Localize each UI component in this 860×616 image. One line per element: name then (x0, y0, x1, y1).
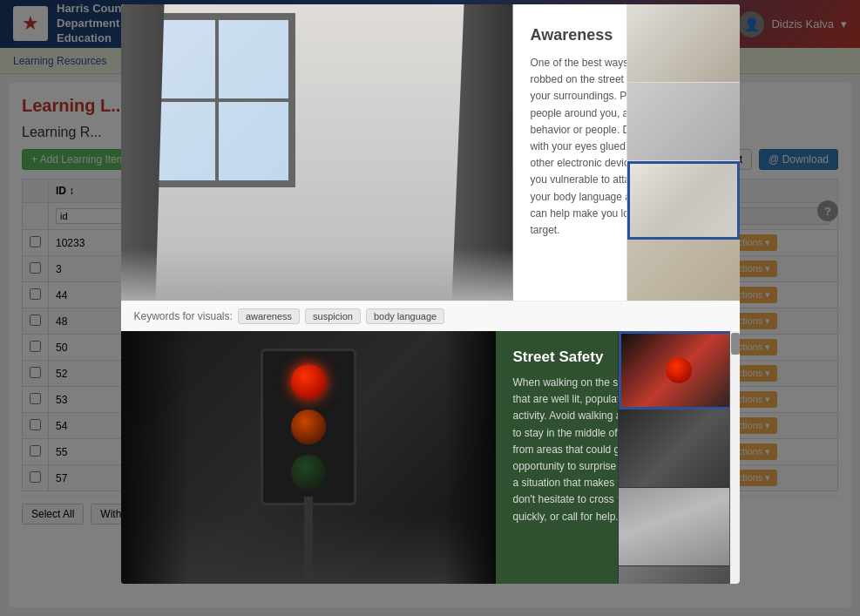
awareness-thumb-1[interactable] (627, 4, 740, 83)
awareness-thumb-3[interactable] (627, 161, 740, 240)
keyword-awareness: awareness (238, 308, 300, 324)
awareness-thumb-2[interactable] (627, 83, 740, 161)
street-thumbnail-strip (618, 331, 740, 584)
awareness-thumb-4[interactable] (627, 240, 740, 301)
keyword-body-language: body language (366, 308, 444, 324)
awareness-card: Awareness One of the best ways to avoid … (121, 4, 740, 301)
modal-overlay[interactable]: Awareness One of the best ways to avoid … (0, 0, 860, 616)
street-thumb-1[interactable] (619, 331, 740, 410)
street-thumb-2[interactable] (619, 410, 740, 488)
street-safety-card: Street Safety When walking on the street… (121, 331, 740, 584)
awareness-thumbnail-strip (626, 4, 740, 301)
street-thumb-4[interactable] (619, 566, 740, 584)
scrollbar-thumb (731, 333, 740, 355)
keyword-suspicion: suspicion (305, 308, 361, 324)
keywords-bar: Keywords for visuals: awareness suspicio… (121, 301, 740, 331)
keywords-label: Keywords for visuals: (134, 310, 233, 322)
awareness-image (121, 4, 513, 301)
street-image (121, 331, 496, 584)
street-thumb-3[interactable] (619, 488, 740, 566)
modal: Awareness One of the best ways to avoid … (121, 4, 740, 584)
modal-scrollbar[interactable] (729, 331, 740, 584)
